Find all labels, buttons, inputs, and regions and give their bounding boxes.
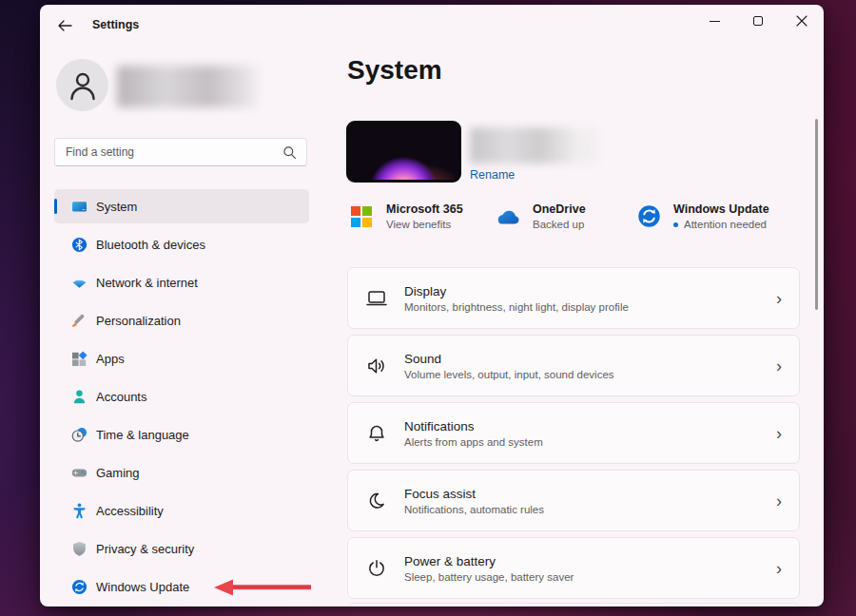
device-name-redacted (470, 127, 596, 164)
status-tile-windows-update[interactable]: Windows Update Attention needed (634, 202, 769, 230)
maximize-icon (753, 16, 763, 26)
sidebar-item-label: Windows Update (96, 580, 189, 594)
status-tile-microsoft-365[interactable]: Microsoft 365 View benefits (347, 202, 463, 230)
chevron-right-icon: › (776, 288, 782, 308)
card-subtitle: Alerts from apps and system (404, 436, 543, 448)
sidebar-item-label: Apps (96, 352, 125, 366)
sidebar-item-system[interactable]: System (54, 189, 309, 223)
sidebar-item-gaming[interactable]: Gaming (54, 455, 309, 490)
chevron-right-icon: › (776, 423, 782, 443)
personalization-icon (71, 313, 88, 329)
display-icon (365, 287, 388, 310)
focus-assist-icon (365, 490, 388, 512)
maximize-button[interactable] (736, 5, 780, 37)
search-icon (282, 145, 297, 160)
settings-card-partial[interactable] (347, 603, 800, 606)
sidebar-item-label: Accounts (96, 390, 146, 404)
minimize-button[interactable] (692, 5, 736, 37)
notifications-icon (365, 422, 388, 445)
sidebar-item-privacy-security[interactable]: Privacy & security (54, 531, 309, 566)
sidebar-item-label: Privacy & security (96, 542, 194, 556)
sidebar-item-label: Personalization (96, 314, 181, 328)
tile-subtitle: Backed up (533, 219, 586, 230)
accessibility-icon (71, 503, 88, 519)
selected-accent-bar (54, 199, 57, 214)
page-title: System (347, 55, 442, 86)
back-button[interactable] (49, 12, 80, 39)
power-battery-icon (365, 557, 388, 580)
card-subtitle: Monitors, brightness, night light, displ… (404, 301, 629, 313)
device-preview-image (346, 121, 461, 183)
window-title: Settings (92, 18, 139, 31)
attention-dot (673, 222, 678, 227)
card-title: Display (404, 284, 629, 298)
desktop-wallpaper: Settings Find a setting (0, 0, 856, 616)
settings-card-notifications[interactable]: Notifications Alerts from apps and syste… (347, 402, 800, 464)
sidebar-item-network-internet[interactable]: Network & internet (54, 265, 309, 299)
system-icon (71, 199, 88, 215)
sidebar-item-apps[interactable]: Apps (54, 341, 309, 375)
settings-card-sound[interactable]: Sound Volume levels, output, input, soun… (347, 335, 800, 396)
chevron-right-icon: › (776, 356, 782, 375)
sidebar-item-accounts[interactable]: Accounts (54, 379, 309, 414)
card-title: Notifications (404, 419, 543, 433)
card-subtitle: Notifications, automatic rules (404, 504, 544, 515)
close-button[interactable] (780, 5, 824, 37)
sidebar-item-label: Accessibility (96, 504, 164, 518)
accounts-icon (71, 389, 88, 405)
gaming-icon (71, 465, 88, 481)
settings-card-power-battery[interactable]: Power & battery Sleep, battery usage, ba… (347, 537, 800, 599)
card-title: Power & battery (404, 554, 574, 568)
sidebar-item-label: Network & internet (96, 276, 198, 290)
settings-card-list: Display Monitors, brightness, night ligh… (347, 267, 800, 605)
sidebar-item-time-language[interactable]: Time & language (54, 417, 309, 452)
tile-subtitle: View benefits (386, 219, 463, 230)
sidebar-item-label: Gaming (96, 466, 140, 480)
back-arrow-icon (56, 18, 73, 33)
tile-subtitle: Attention needed (673, 219, 769, 230)
privacy-security-icon (71, 541, 88, 557)
status-tile-onedrive[interactable]: OneDrive Backed up (494, 202, 586, 230)
settings-window: Settings Find a setting (40, 5, 824, 606)
person-icon (68, 69, 98, 102)
minimize-icon (710, 21, 720, 22)
card-title: Focus assist (404, 487, 544, 501)
chevron-right-icon: › (776, 558, 782, 578)
user-name-redacted (117, 66, 257, 107)
user-avatar[interactable] (56, 59, 108, 111)
tile-title: Microsoft 365 (386, 202, 463, 216)
onedrive-icon (494, 207, 522, 226)
sidebar-item-personalization[interactable]: Personalization (54, 303, 309, 337)
sidebar-item-bluetooth-devices[interactable]: Bluetooth & devices (54, 227, 309, 261)
bluetooth-icon (71, 237, 88, 253)
sidebar-item-accessibility[interactable]: Accessibility (54, 493, 309, 528)
time-language-icon (71, 427, 88, 443)
card-subtitle: Sleep, battery usage, battery saver (404, 571, 574, 583)
tile-title: OneDrive (533, 202, 586, 216)
sidebar-item-label: Time & language (96, 428, 189, 442)
card-subtitle: Volume levels, output, input, sound devi… (404, 369, 614, 380)
network-icon (71, 275, 88, 291)
settings-card-focus-assist[interactable]: Focus assist Notifications, automatic ru… (347, 470, 800, 531)
sound-icon (365, 355, 388, 377)
rename-link[interactable]: Rename (470, 168, 515, 182)
windows-update-icon (71, 579, 88, 595)
chevron-right-icon: › (776, 491, 782, 510)
tile-title: Windows Update (673, 202, 769, 216)
sidebar-nav: System Bluetooth & devices (54, 189, 309, 606)
windows-update-icon (634, 204, 663, 228)
apps-icon (71, 351, 88, 367)
sidebar-item-label: Bluetooth & devices (96, 238, 205, 252)
search-placeholder: Find a setting (55, 145, 282, 159)
sidebar-item-label: System (96, 200, 137, 214)
vertical-scrollbar[interactable] (815, 119, 818, 310)
close-icon (796, 15, 807, 27)
card-title: Sound (404, 352, 614, 366)
settings-card-display[interactable]: Display Monitors, brightness, night ligh… (347, 267, 800, 329)
microsoft-365-icon (347, 206, 376, 227)
annotation-arrow-icon (214, 578, 313, 601)
search-input[interactable]: Find a setting (54, 138, 307, 166)
